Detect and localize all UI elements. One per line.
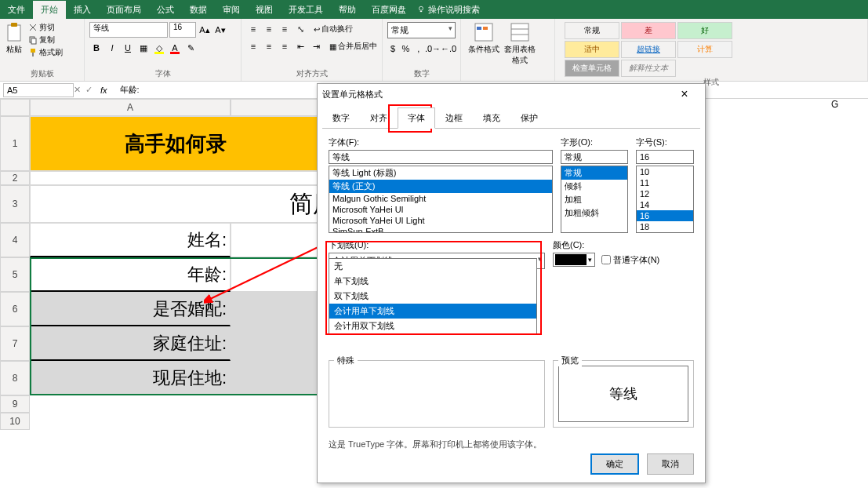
tell-me-search[interactable]: 操作说明搜索: [417, 4, 480, 16]
row-5[interactable]: 5: [0, 257, 30, 292]
align-left-button[interactable]: ≡: [246, 39, 260, 53]
style-option[interactable]: 常规: [561, 166, 627, 180]
tab-view[interactable]: 视图: [248, 1, 281, 19]
dialog-titlebar[interactable]: 设置单元格格式 ×: [318, 84, 705, 104]
style-option[interactable]: 倾斜: [561, 180, 627, 193]
cell-styles-gallery[interactable]: 常规 差 好 适中 超链接 计算 检查单元格 解释性文本: [565, 22, 732, 77]
style-neutral[interactable]: 适中: [565, 41, 619, 58]
row-9[interactable]: 9: [0, 395, 30, 413]
cancel-button[interactable]: 取消: [647, 453, 694, 475]
cell-age[interactable]: 年龄:: [30, 257, 231, 292]
underline-button[interactable]: U: [121, 41, 135, 55]
style-normal[interactable]: 常规: [565, 22, 619, 39]
row-3[interactable]: 3: [0, 185, 30, 223]
size-option[interactable]: 14: [637, 199, 693, 210]
cell-name[interactable]: 姓名:: [30, 223, 231, 257]
row-8[interactable]: 8: [0, 361, 30, 395]
dlg-tab-align[interactable]: 对齐: [360, 107, 398, 129]
size-option[interactable]: 12: [637, 188, 693, 199]
name-box[interactable]: A5: [3, 83, 74, 97]
tab-home[interactable]: 开始: [33, 1, 66, 19]
style-explain[interactable]: 解释性文本: [621, 60, 676, 77]
decrease-font-button[interactable]: A▾: [213, 23, 227, 37]
format-as-table-button[interactable]: 套用表格格式: [502, 22, 538, 66]
font-option[interactable]: 等线 Light (标题): [329, 166, 552, 180]
bold-button[interactable]: B: [89, 41, 104, 55]
font-color-picker[interactable]: ▾: [553, 253, 595, 267]
fill-color-button[interactable]: ◇: [152, 41, 166, 55]
style-calc[interactable]: 计算: [677, 41, 732, 58]
row-10[interactable]: 10: [0, 413, 30, 430]
tab-developer[interactable]: 开发工具: [281, 1, 331, 19]
col-A[interactable]: A: [30, 99, 231, 116]
font-option[interactable]: Microsoft YaHei UI: [329, 204, 552, 215]
underline-option[interactable]: 会计用单下划线: [329, 304, 536, 319]
row-2[interactable]: 2: [0, 171, 30, 185]
row-1[interactable]: 1: [0, 116, 30, 171]
cut-button[interactable]: 剪切: [28, 22, 63, 33]
style-good[interactable]: 好: [677, 22, 732, 39]
font-option[interactable]: SimSun-ExtB: [329, 226, 552, 233]
select-all-corner[interactable]: [0, 99, 30, 116]
normal-font-checkbox[interactable]: 普通字体(N): [601, 254, 659, 266]
font-option[interactable]: Malgun Gothic Semilight: [329, 193, 552, 204]
style-check[interactable]: 检查单元格: [565, 60, 619, 77]
font-style-listbox[interactable]: 常规 倾斜 加粗 加粗倾斜: [561, 166, 628, 233]
row-4[interactable]: 4: [0, 223, 30, 257]
font-size-listbox[interactable]: 10 11 12 14 16 18 20: [636, 166, 694, 233]
dlg-tab-border[interactable]: 边框: [435, 107, 473, 129]
close-button[interactable]: ×: [669, 87, 700, 101]
accounting-button[interactable]: $: [387, 42, 398, 56]
dlg-tab-number[interactable]: 数字: [322, 107, 360, 129]
size-option[interactable]: 16: [637, 210, 693, 221]
underline-option[interactable]: 单下划线: [329, 274, 536, 289]
tab-page-layout[interactable]: 页面布局: [99, 1, 149, 19]
number-format-combo[interactable]: 常规: [387, 22, 456, 38]
fx-icon[interactable]: fx: [100, 86, 107, 95]
font-name-combobox[interactable]: 等线: [89, 22, 168, 38]
font-size-combobox[interactable]: 16: [169, 22, 196, 38]
underline-dropdown-open[interactable]: 无 单下划线 双下划线 会计用单下划线 会计用双下划线: [329, 258, 537, 334]
italic-button[interactable]: I: [105, 41, 119, 55]
style-option[interactable]: 加粗倾斜: [561, 206, 627, 220]
orientation-button[interactable]: ⤡: [293, 22, 307, 36]
enter-edit-icon[interactable]: ✓: [85, 85, 93, 95]
tab-insert[interactable]: 插入: [66, 1, 99, 19]
paste-button[interactable]: 粘贴: [5, 22, 24, 58]
tab-review[interactable]: 审阅: [215, 1, 248, 19]
cell-residence[interactable]: 现居住地:: [30, 361, 231, 395]
dlg-tab-protect[interactable]: 保护: [510, 107, 548, 129]
font-name-input[interactable]: [329, 150, 553, 164]
percent-button[interactable]: %: [400, 42, 411, 56]
font-option[interactable]: 等线 (正文): [329, 180, 552, 193]
row-7[interactable]: 7: [0, 326, 30, 361]
cancel-edit-icon[interactable]: ✕: [74, 85, 81, 95]
size-option[interactable]: 11: [637, 177, 693, 188]
increase-indent-button[interactable]: ⇥: [309, 39, 323, 53]
border-button[interactable]: ▦: [136, 41, 151, 55]
style-option[interactable]: 加粗: [561, 193, 627, 206]
decrease-decimal-button[interactable]: ←.0: [441, 42, 456, 56]
increase-decimal-button[interactable]: .0→: [426, 42, 440, 56]
format-painter-button[interactable]: 格式刷: [28, 47, 63, 58]
merge-center-button[interactable]: ▦合并后居中: [329, 41, 377, 52]
underline-option[interactable]: 会计用双下划线: [329, 319, 536, 333]
tab-help[interactable]: 帮助: [331, 1, 364, 19]
conditional-formatting-button[interactable]: 条件格式: [466, 22, 502, 66]
align-right-button[interactable]: ≡: [278, 39, 292, 53]
copy-button[interactable]: 复制: [28, 35, 63, 46]
style-bad[interactable]: 差: [621, 22, 676, 39]
decrease-indent-button[interactable]: ⇤: [293, 39, 307, 53]
cell-address[interactable]: 家庭住址:: [30, 326, 231, 361]
size-option[interactable]: 10: [637, 166, 693, 177]
underline-option[interactable]: 双下划线: [329, 289, 536, 304]
row-6[interactable]: 6: [0, 292, 30, 326]
tab-baidu[interactable]: 百度网盘: [364, 1, 414, 19]
tab-data[interactable]: 数据: [182, 1, 215, 19]
underline-option[interactable]: 无: [329, 259, 536, 274]
align-bottom-button[interactable]: ≡: [278, 22, 292, 36]
ok-button[interactable]: 确定: [590, 453, 639, 475]
col-G[interactable]: G: [831, 99, 868, 110]
size-option[interactable]: 20: [637, 232, 693, 233]
align-center-button[interactable]: ≡: [262, 39, 276, 53]
